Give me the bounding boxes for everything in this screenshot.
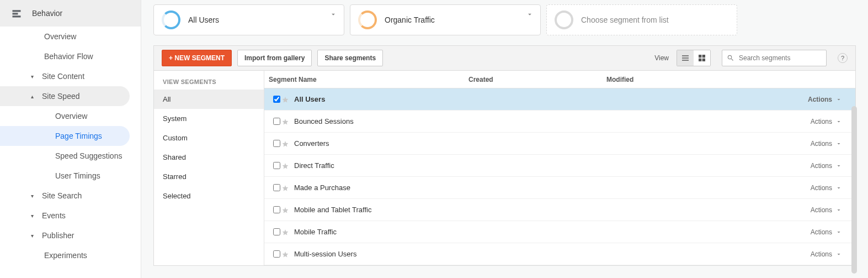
col-modified[interactable]: Modified: [606, 76, 744, 83]
star-icon[interactable]: [281, 95, 294, 104]
row-checkbox-cell: [264, 227, 281, 237]
filter-custom[interactable]: Custom: [154, 128, 264, 148]
sidebar-item-site-speed-overview[interactable]: Overview: [0, 106, 130, 126]
star-icon[interactable]: [281, 161, 294, 170]
table-row[interactable]: Multi-session UsersActions: [264, 243, 855, 265]
row-actions-button[interactable]: Actions: [811, 228, 842, 236]
row-checkbox[interactable]: [273, 250, 280, 258]
row-segment-name: Multi-session Users: [294, 250, 471, 258]
star-icon[interactable]: [281, 250, 294, 259]
segment-pill-add[interactable]: Choose segment from list: [546, 4, 737, 35]
row-checkbox[interactable]: [273, 162, 280, 169]
star-icon[interactable]: [281, 117, 294, 126]
segment-pill-row: All Users Organic Traffic Choose segment…: [141, 0, 868, 45]
row-actions-button[interactable]: Actions: [808, 96, 842, 103]
scrollbar-thumb[interactable]: [851, 106, 857, 274]
star-icon[interactable]: [281, 228, 294, 237]
segment-toolbar: + NEW SEGMENT Import from gallery Share …: [154, 45, 855, 71]
sidebar-section-label: Behavior: [32, 9, 62, 18]
sidebar-item-events[interactable]: Events: [0, 206, 130, 225]
row-checkbox[interactable]: [273, 206, 280, 213]
sidebar-item-speed-suggestions[interactable]: Speed Suggestions: [0, 146, 130, 166]
star-icon[interactable]: [281, 139, 294, 148]
segment-filter-column: VIEW SEGMENTS All System Custom Shared S…: [154, 71, 264, 265]
new-segment-button[interactable]: + NEW SEGMENT: [162, 50, 232, 66]
sidebar-item-behavior-flow[interactable]: Behavior Flow: [0, 46, 130, 66]
row-actions-button[interactable]: Actions: [811, 118, 842, 125]
view-label: View: [654, 54, 669, 62]
sidebar-item-user-timings[interactable]: User Timings: [0, 166, 130, 186]
filter-all[interactable]: All: [154, 90, 264, 109]
import-from-gallery-button[interactable]: Import from gallery: [237, 50, 312, 66]
search-segments-input[interactable]: [738, 54, 822, 62]
row-checkbox-cell: [264, 94, 281, 104]
segment-pill-all-users[interactable]: All Users: [153, 4, 344, 35]
star-icon[interactable]: [281, 206, 294, 214]
filter-selected[interactable]: Selected: [154, 186, 264, 206]
segment-pill-organic-traffic[interactable]: Organic Traffic: [350, 4, 541, 35]
row-segment-name: All Users: [294, 95, 471, 103]
chevron-down-icon: [526, 11, 534, 20]
sidebar-item-site-speed[interactable]: Site Speed: [0, 86, 130, 106]
row-checkbox[interactable]: [273, 184, 280, 191]
row-segment-name: Bounced Sessions: [294, 117, 471, 125]
filter-heading: VIEW SEGMENTS: [154, 71, 264, 90]
chevron-down-icon: [329, 11, 337, 20]
row-checkbox-cell: [264, 204, 281, 215]
row-segment-name: Converters: [294, 139, 471, 148]
table-row[interactable]: All UsersActions: [264, 88, 855, 111]
sidebar-item-page-timings[interactable]: Page Timings: [0, 126, 130, 146]
behavior-icon: [11, 8, 22, 19]
table-row[interactable]: Made a PurchaseActions: [264, 177, 855, 199]
filter-shared[interactable]: Shared: [154, 148, 264, 167]
view-toggle: [677, 50, 711, 66]
col-created[interactable]: Created: [468, 76, 606, 83]
search-segments[interactable]: [722, 50, 827, 66]
segment-ring-icon: [555, 11, 573, 29]
segment-ring-icon: [162, 11, 180, 29]
sidebar-item-overview[interactable]: Overview: [0, 27, 130, 46]
row-checkbox[interactable]: [273, 118, 280, 125]
list-icon: [681, 54, 690, 62]
filter-system[interactable]: System: [154, 109, 264, 128]
sidebar-item-site-search[interactable]: Site Search: [0, 186, 130, 206]
row-checkbox-cell: [264, 138, 281, 149]
row-checkbox[interactable]: [273, 228, 280, 235]
search-icon: [727, 54, 734, 62]
row-segment-name: Mobile Traffic: [294, 228, 471, 236]
table-row[interactable]: Mobile TrafficActions: [264, 221, 855, 243]
sidebar-item-site-content[interactable]: Site Content: [0, 66, 130, 86]
row-actions-button[interactable]: Actions: [811, 184, 842, 192]
segment-table-header: Segment Name Created Modified: [264, 71, 855, 88]
filter-starred[interactable]: Starred: [154, 167, 264, 186]
segment-table: Segment Name Created Modified All UsersA…: [264, 71, 855, 265]
sidebar-items: Overview Behavior Flow Site Content Site…: [0, 27, 141, 265]
row-segment-name: Mobile and Tablet Traffic: [294, 206, 471, 214]
row-checkbox[interactable]: [273, 96, 280, 103]
sidebar-item-experiments[interactable]: Experiments: [0, 245, 130, 265]
view-list-button[interactable]: [677, 50, 694, 66]
table-row[interactable]: Mobile and Tablet TrafficActions: [264, 199, 855, 221]
share-segments-button[interactable]: Share segments: [317, 50, 383, 66]
row-actions-button[interactable]: Actions: [811, 140, 842, 148]
row-checkbox-cell: [264, 182, 281, 193]
col-segment-name[interactable]: Segment Name: [264, 76, 468, 83]
table-row[interactable]: Bounced SessionsActions: [264, 111, 855, 133]
grid-icon: [697, 54, 706, 62]
sidebar-item-publisher[interactable]: Publisher: [0, 225, 130, 245]
table-row[interactable]: Direct TrafficActions: [264, 155, 855, 177]
star-icon[interactable]: [281, 183, 294, 192]
sidebar-section-behavior[interactable]: Behavior: [0, 0, 141, 27]
segment-pill-label: All Users: [188, 15, 219, 24]
row-actions-button[interactable]: Actions: [811, 162, 842, 170]
table-row[interactable]: ConvertersActions: [264, 133, 855, 155]
segment-pill-placeholder: Choose segment from list: [581, 15, 669, 24]
row-checkbox-cell: [264, 249, 281, 259]
row-checkbox-cell: [264, 160, 281, 171]
row-actions-button[interactable]: Actions: [811, 206, 842, 214]
row-actions-button[interactable]: Actions: [811, 250, 842, 258]
help-button[interactable]: ?: [838, 53, 848, 63]
row-checkbox[interactable]: [273, 140, 280, 147]
view-grid-button[interactable]: [694, 50, 710, 66]
row-segment-name: Made a Purchase: [294, 183, 471, 192]
